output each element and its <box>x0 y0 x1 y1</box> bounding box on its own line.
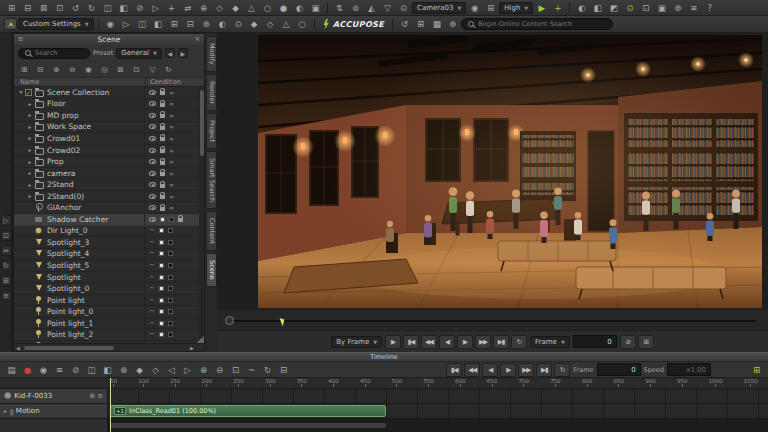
panel-resize-grip[interactable] <box>197 336 204 343</box>
scroll-left-icon[interactable]: ◀ <box>14 345 22 351</box>
visibility-eye-icon[interactable] <box>149 194 156 199</box>
tree-row[interactable]: ▾✓Scene Collection∞ <box>14 87 204 99</box>
track-lane-motion[interactable]: +1 InClass_Read01 (100.00%) <box>108 404 768 418</box>
avatar-icon[interactable]: ◉ <box>103 18 118 30</box>
preset-select[interactable]: General ▼ <box>116 48 161 59</box>
tree-vertical-scrollbar[interactable] <box>199 87 204 343</box>
link-icon[interactable]: ⇅ <box>332 2 347 14</box>
texture-icon[interactable]: ◇ <box>263 18 278 30</box>
cut-clip-icon[interactable]: ⊘ <box>68 364 83 376</box>
online-content-search-input[interactable] <box>478 20 598 28</box>
timeline-playhead[interactable] <box>110 378 111 432</box>
tree-row[interactable]: ▸MD prop∞ <box>14 110 204 122</box>
timeline-ruler[interactable]: 5010015020025030035040045050055060065070… <box>0 378 768 389</box>
color-swatch-white[interactable] <box>159 263 164 268</box>
color-swatch-black[interactable] <box>169 217 174 222</box>
tree-row[interactable]: Dir Light_0~ <box>14 226 204 238</box>
track-header-motion[interactable]: ▸ ||| Motion <box>0 404 108 418</box>
dope-sheet-icon[interactable]: ≡ <box>52 364 67 376</box>
visibility-eye-icon[interactable] <box>149 113 156 118</box>
lock-icon[interactable] <box>160 207 165 211</box>
add-content-icon[interactable]: + <box>550 2 565 14</box>
prev-frame-button[interactable]: ◀ <box>439 335 455 349</box>
color-swatch-white[interactable] <box>159 240 164 245</box>
visibility-eye-icon[interactable] <box>149 159 156 164</box>
color-swatch-black[interactable] <box>168 275 173 280</box>
tl-play-button[interactable]: ▶ <box>500 363 516 377</box>
motion-clip[interactable]: +1 InClass_Read01 (100.00%) <box>110 405 386 417</box>
save-project-icon[interactable]: ⊠ <box>36 2 51 14</box>
tree-row[interactable]: Spotlight_0~ <box>14 283 204 295</box>
tree-row[interactable]: ▸2Stand(0)∞ <box>14 191 204 203</box>
tl-next-key-button[interactable]: ▶▶ <box>518 363 534 377</box>
settings-gear-icon[interactable]: ⊛ <box>445 18 460 30</box>
record-icon[interactable]: ● <box>20 364 35 376</box>
lock-icon[interactable] <box>160 149 165 153</box>
expander-icon[interactable]: ▸ <box>26 147 34 153</box>
break-clip-icon[interactable]: ⊟ <box>276 364 291 376</box>
home-view-icon[interactable]: ▣ <box>308 2 323 14</box>
capture-icon[interactable]: ◉ <box>36 364 51 376</box>
expander-icon[interactable]: ▸ <box>26 135 34 141</box>
tl-go-end-button[interactable]: ▶▮ <box>536 363 552 377</box>
pivot-icon[interactable]: ◇ <box>212 2 227 14</box>
light-active-icon[interactable]: ~ <box>149 298 155 303</box>
merge-project-icon[interactable]: ⊡ <box>52 2 67 14</box>
tl-prev-key-button[interactable]: ◀◀ <box>464 363 480 377</box>
tree-row[interactable]: ▸camera∞ <box>14 168 204 180</box>
visibility-eye-icon[interactable] <box>149 124 156 129</box>
undo-icon[interactable]: ↺ <box>68 2 83 14</box>
tab-modify[interactable]: Modify <box>206 36 217 72</box>
preferences-icon[interactable]: ⊛ <box>670 2 685 14</box>
link-icon[interactable]: ∞ <box>169 194 174 199</box>
viewport-3d-render[interactable] <box>258 35 762 308</box>
expander-icon[interactable]: ▸ <box>26 170 34 176</box>
next-frame-button[interactable]: ▶ <box>457 335 473 349</box>
scrollbar-thumb[interactable] <box>24 346 114 350</box>
zoom-out-icon[interactable]: ⊖ <box>212 364 227 376</box>
loop-clip-icon[interactable]: ↻ <box>260 364 275 376</box>
color-swatch-white[interactable] <box>159 298 164 303</box>
visibility-eye-icon[interactable] <box>149 90 156 95</box>
track-header-actor[interactable]: ☻ Kid-F-0033 ⊕≡ <box>0 389 108 403</box>
redo-icon[interactable]: ↻ <box>84 2 99 14</box>
scrub-track[interactable] <box>229 320 756 322</box>
delete-clip-icon[interactable]: ⊗ <box>116 364 131 376</box>
lock-icon[interactable] <box>160 161 165 165</box>
library-icon[interactable]: ▦ <box>429 18 444 30</box>
link-icon[interactable]: ∞ <box>169 113 174 118</box>
light-active-icon[interactable]: ~ <box>149 251 155 256</box>
track-lane-actor[interactable] <box>108 389 768 403</box>
visibility-eye-icon[interactable] <box>149 101 156 106</box>
tree-row[interactable]: Point light_2~ <box>14 329 204 341</box>
go-start-button[interactable]: ▮◀ <box>403 335 419 349</box>
rotate-tool-icon[interactable]: ⇄ <box>180 2 195 14</box>
light-active-icon[interactable]: ~ <box>149 240 155 245</box>
quality-select[interactable]: High ▼ <box>499 2 533 14</box>
add-group-icon[interactable]: ⊞ <box>18 63 31 75</box>
tree-row[interactable]: Spotlight~ <box>14 272 204 284</box>
scrub-knob[interactable] <box>225 316 234 325</box>
export-video-icon[interactable]: ▣ <box>654 2 669 14</box>
color-swatch-black[interactable] <box>168 309 173 314</box>
link-icon[interactable]: ∞ <box>169 148 174 153</box>
color-swatch-black[interactable] <box>168 332 173 337</box>
camera-view-icon[interactable]: ◉ <box>467 2 482 14</box>
sync-icon[interactable]: ↺ <box>397 18 412 30</box>
hide-all-icon[interactable]: ◎ <box>98 63 111 75</box>
visibility-eye-icon[interactable] <box>149 217 156 222</box>
color-swatch-black[interactable] <box>168 251 173 256</box>
expander-icon[interactable]: ▸ <box>26 159 34 165</box>
timeline-speed-input[interactable] <box>672 366 706 374</box>
scale-gizmo-icon[interactable]: ⊞ <box>1 275 12 286</box>
lock-icon[interactable] <box>160 103 165 107</box>
tree-row[interactable]: ▸Prop∞ <box>14 156 204 168</box>
remove-key-icon[interactable]: ◇ <box>148 364 163 376</box>
expand-all-icon[interactable]: ⊕ <box>50 63 63 75</box>
unlock-all-icon[interactable]: ⊡ <box>130 63 143 75</box>
current-frame-input[interactable] <box>578 338 612 346</box>
tree-horizontal-scrollbar[interactable]: ◀ ▶ <box>14 343 204 351</box>
pan-tool-icon[interactable]: ◐ <box>292 2 307 14</box>
tl-loop-button[interactable]: ↻ <box>554 363 570 377</box>
show-all-icon[interactable]: ◉ <box>82 63 95 75</box>
